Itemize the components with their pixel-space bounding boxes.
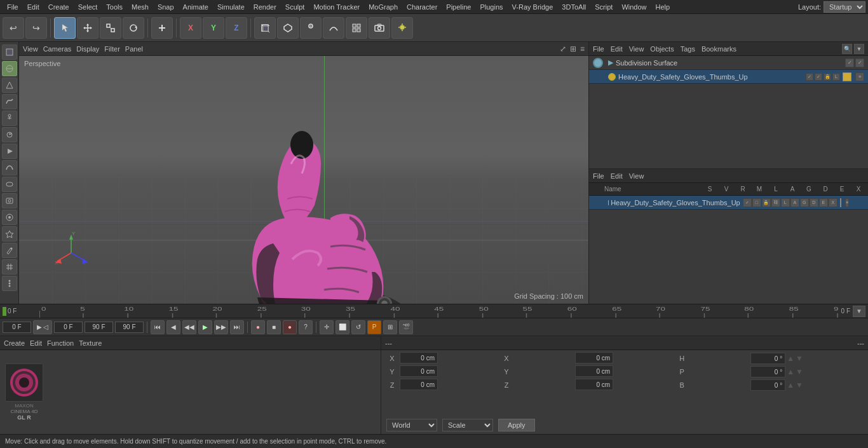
playback-current-frame-input[interactable]: [54, 322, 83, 333]
coord-y-pos-input[interactable]: [400, 365, 438, 377]
undo-button[interactable]: ↩: [3, 17, 24, 39]
menu-vray[interactable]: V-Ray Bridge: [508, 2, 558, 12]
pb-record-btn[interactable]: ●: [251, 320, 265, 334]
coord-x-pos-input[interactable]: [400, 352, 438, 363]
menu-window[interactable]: Window: [617, 2, 651, 12]
coord-b-spin-up[interactable]: ▲: [787, 381, 794, 390]
menu-file[interactable]: File: [3, 2, 23, 12]
obj-icon-search[interactable]: 🔍: [842, 44, 852, 54]
mat-edit[interactable]: Edit: [30, 339, 42, 347]
y-axis-button[interactable]: Y: [203, 17, 224, 39]
menu-snap[interactable]: Snap: [153, 2, 179, 12]
obj-glove-layer-icon[interactable]: L: [832, 73, 840, 81]
paint-button[interactable]: [300, 17, 322, 39]
rotate-tool-button[interactable]: [123, 17, 144, 39]
menu-create[interactable]: Create: [44, 2, 74, 12]
attr-lock-sm[interactable]: 🔒: [762, 198, 771, 207]
menu-plugins[interactable]: Plugins: [475, 2, 507, 12]
vp-display[interactable]: Display: [76, 45, 99, 53]
menu-script[interactable]: Script: [590, 2, 617, 12]
obj-subdivision-surface[interactable]: ▶ Subdivision Surface ✓ ✓: [589, 56, 868, 70]
scale-tool-button[interactable]: [100, 17, 121, 39]
redo-button[interactable]: ↪: [25, 17, 47, 39]
attr-file[interactable]: File: [593, 172, 604, 180]
x-axis-button[interactable]: X: [180, 17, 201, 39]
coord-z-size-input[interactable]: [575, 379, 613, 390]
obj-vis-icon[interactable]: ✓: [845, 58, 854, 67]
pb-goto-start-btn[interactable]: ⏮: [151, 320, 165, 334]
vp-cameras[interactable]: Cameras: [43, 45, 72, 53]
select-tool-button[interactable]: [54, 17, 76, 39]
mat-create[interactable]: Create: [4, 339, 25, 347]
pb-stop-btn[interactable]: ■: [267, 320, 281, 334]
vp-expand-icon[interactable]: ⤢: [560, 44, 566, 53]
attr-vis-sm[interactable]: ✓: [743, 198, 752, 207]
attr-layer-sm[interactable]: L: [781, 198, 790, 207]
timeline-expand-btn[interactable]: ▼: [853, 306, 865, 317]
layout-select[interactable]: Startup: [824, 1, 865, 13]
coord-x-size-input[interactable]: [575, 352, 613, 363]
coord-p-input[interactable]: [750, 366, 785, 377]
obj-file[interactable]: File: [593, 45, 604, 53]
sidebar-anim-button[interactable]: [2, 127, 17, 142]
attr-frame-sm[interactable]: □: [752, 198, 761, 207]
timeline-ruler-container[interactable]: 0 5 10 15 20 25 30 35 40 45 50: [34, 304, 839, 318]
pb-film-btn[interactable]: 🎬: [399, 320, 413, 334]
obj-icon-filter[interactable]: ▼: [854, 44, 864, 54]
attr-edit[interactable]: Edit: [611, 172, 623, 180]
curve-button[interactable]: [323, 17, 344, 39]
obj-glove-render-icon[interactable]: ✓: [815, 73, 822, 81]
pb-help-btn[interactable]: ?: [299, 320, 313, 334]
menu-mesh[interactable]: Mesh: [127, 2, 153, 12]
add-object-button[interactable]: [151, 17, 173, 39]
playback-end-frame-input[interactable]: [85, 322, 113, 333]
playback-frame-back-btn[interactable]: ▶ ◁: [33, 320, 52, 334]
obj-glove-vis-icon[interactable]: ✓: [806, 73, 813, 81]
coord-p-spin-down[interactable]: ▼: [796, 367, 803, 376]
obj-glove-mesh[interactable]: Heavy_Duty_Safety_Gloves_Thumbs_Up ✓ ✓ 🔒…: [589, 70, 868, 84]
menu-edit[interactable]: Edit: [23, 2, 44, 12]
sidebar-paint-b-button[interactable]: [2, 243, 17, 258]
pb-play-fwd-btn[interactable]: ▶▶: [214, 320, 228, 334]
pb-play-back-btn[interactable]: ◀◀: [182, 320, 196, 334]
obj-glove-lock-icon[interactable]: 🔒: [824, 73, 831, 81]
coord-p-spin-up[interactable]: ▲: [787, 367, 794, 376]
menu-simulate[interactable]: Simulate: [213, 2, 249, 12]
attr-deform-sm[interactable]: D: [810, 198, 818, 207]
obj-edit[interactable]: Edit: [611, 45, 623, 53]
pb-extra1-btn[interactable]: ✛: [320, 320, 334, 334]
menu-motion-tracker[interactable]: Motion Tracker: [309, 2, 364, 12]
world-dropdown[interactable]: World: [386, 419, 437, 431]
coord-h-input[interactable]: [750, 353, 785, 364]
menu-character[interactable]: Character: [402, 2, 442, 12]
vp-panel[interactable]: Panel: [125, 45, 143, 53]
pb-grid-btn[interactable]: ⊞: [383, 320, 397, 334]
attr-extra-sm[interactable]: X: [829, 198, 837, 207]
vp-fullscreen-icon[interactable]: ⊞: [570, 44, 576, 53]
attr-view[interactable]: View: [629, 172, 644, 180]
menu-animate[interactable]: Animate: [179, 2, 213, 12]
attr-item-glove[interactable]: Heavy_Duty_Safety_Gloves_Thumbs_Up ✓ □ 🔒…: [589, 196, 868, 210]
coord-h-spin-down[interactable]: ▼: [796, 354, 803, 363]
menu-mograph[interactable]: MoGraph: [364, 2, 402, 12]
menu-tools[interactable]: Tools: [102, 2, 127, 12]
sidebar-camera-b-button[interactable]: [2, 193, 17, 208]
sidebar-uv-button[interactable]: [2, 78, 17, 93]
coord-h-spin-up[interactable]: ▲: [787, 354, 794, 363]
pb-extra2-btn[interactable]: ⬜: [336, 320, 349, 334]
playback-start-frame[interactable]: [3, 322, 31, 333]
cube-button[interactable]: [254, 17, 276, 39]
menu-pipeline[interactable]: Pipeline: [442, 2, 475, 12]
sidebar-spline-button[interactable]: [2, 160, 17, 175]
vp-filter[interactable]: Filter: [104, 45, 119, 53]
sidebar-deform-button[interactable]: [2, 177, 17, 192]
sidebar-sculpt-button[interactable]: [2, 94, 17, 109]
menu-select[interactable]: Select: [74, 2, 102, 12]
menu-help[interactable]: Help: [651, 2, 675, 12]
obj-bookmarks[interactable]: Bookmarks: [702, 45, 736, 53]
mat-texture[interactable]: Texture: [79, 339, 102, 347]
pb-goto-end-btn[interactable]: ⏭: [230, 320, 244, 334]
camera-button[interactable]: [369, 17, 390, 39]
pb-extra3-btn[interactable]: ↺: [351, 320, 365, 334]
obj-view[interactable]: View: [629, 45, 644, 53]
